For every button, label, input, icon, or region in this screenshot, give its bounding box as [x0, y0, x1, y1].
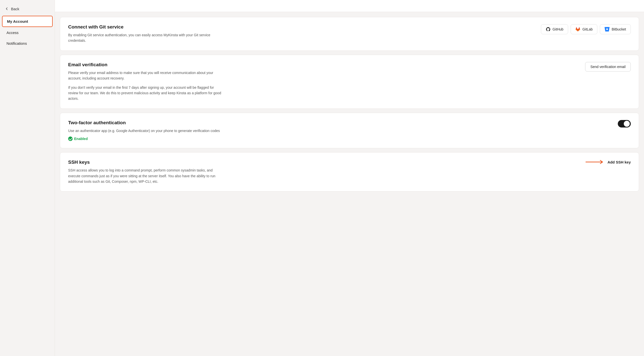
check-circle-icon [68, 136, 73, 141]
git-buttons: GitHub GitLab [541, 24, 631, 34]
back-arrow-icon [4, 7, 9, 11]
gitlab-label: GitLab [582, 27, 592, 31]
add-ssh-key-label: Add SSH key [608, 160, 631, 164]
ssh-keys-card: SSH keys SSH access allows you to log in… [60, 152, 639, 192]
two-factor-desc: Use an authenticator app (e.g. Google Au… [68, 128, 223, 133]
add-ssh-key-button[interactable]: Add SSH key [586, 159, 631, 164]
two-factor-title: Two-factor authentication [68, 120, 613, 125]
sidebar-item-access[interactable]: Access [2, 28, 53, 38]
email-verification-desc2: If you don't verify your email in the fi… [68, 85, 223, 101]
main-content: Connect with Git service By enabling Git… [55, 0, 644, 356]
git-card-desc: By enabling Git service authentication, … [68, 32, 223, 44]
email-verification-card: Email verification Please verify your em… [60, 55, 639, 109]
github-label: GitHub [553, 27, 564, 31]
enabled-badge: Enabled [68, 136, 613, 141]
email-verification-desc1: Please verify your email address to make… [68, 70, 223, 81]
sidebar-item-label: My Account [7, 19, 28, 24]
gitlab-button[interactable]: GitLab [570, 24, 597, 34]
github-icon [546, 27, 551, 32]
back-label: Back [11, 7, 19, 11]
bitbucket-icon [604, 27, 610, 32]
sidebar-item-label: Notifications [6, 41, 27, 46]
sidebar: Back My Account Access Notifications [0, 0, 55, 356]
sidebar-item-my-account[interactable]: My Account [2, 16, 53, 27]
bitbucket-label: Bitbucket [612, 27, 626, 31]
git-card-title: Connect with Git service [68, 24, 536, 30]
enabled-label: Enabled [74, 137, 88, 141]
git-service-card: Connect with Git service By enabling Git… [60, 17, 639, 51]
sidebar-item-notifications[interactable]: Notifications [2, 38, 53, 49]
send-verification-button[interactable]: Send verification email [585, 62, 631, 72]
back-button[interactable]: Back [0, 4, 55, 14]
topbar [55, 0, 644, 12]
sidebar-item-label: Access [6, 31, 18, 35]
two-factor-toggle[interactable] [618, 120, 631, 127]
gitlab-icon [575, 27, 580, 32]
ssh-keys-title: SSH keys [68, 159, 580, 165]
bitbucket-button[interactable]: Bitbucket [600, 24, 631, 34]
ssh-arrow-icon [586, 159, 606, 164]
ssh-keys-desc: SSH access allows you to log into a comm… [68, 167, 223, 184]
github-button[interactable]: GitHub [541, 24, 568, 34]
email-verification-title: Email verification [68, 62, 580, 68]
two-factor-card: Two-factor authentication Use an authent… [60, 113, 639, 148]
